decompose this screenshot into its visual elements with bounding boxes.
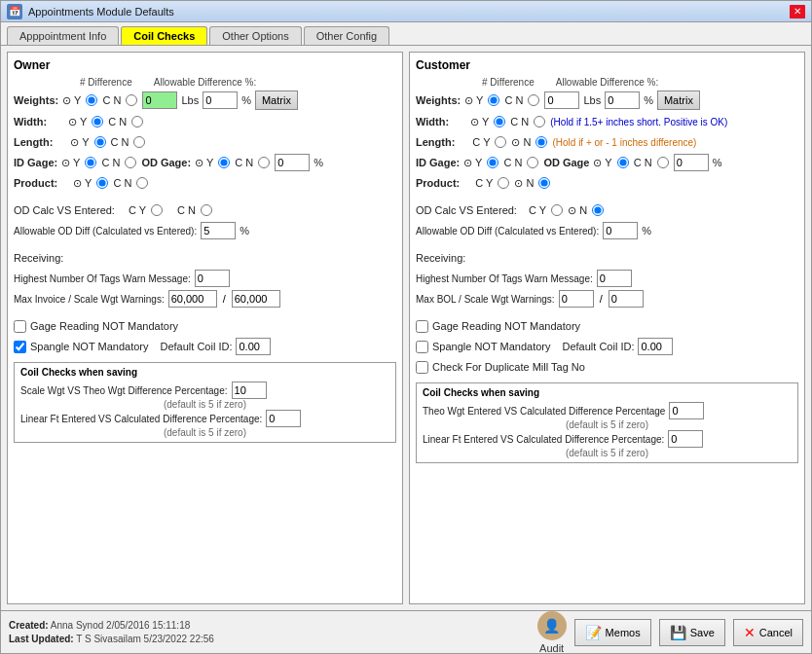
owner-odcalc-y-radio[interactable] bbox=[151, 204, 163, 216]
cust-max-bol-val2[interactable] bbox=[609, 290, 644, 308]
owner-width-n-radio[interactable] bbox=[131, 116, 143, 127]
owner-gage-reading-row: Gage Reading NOT Mandatory bbox=[14, 317, 396, 335]
owner-linear-label: Linear Ft Entered VS Calculated Differen… bbox=[20, 414, 262, 424]
cust-highest-tags-input[interactable] bbox=[597, 270, 632, 287]
cust-width-y-radio[interactable] bbox=[494, 116, 505, 127]
owner-weights-diff-input[interactable] bbox=[142, 91, 177, 109]
close-button[interactable]: ✕ bbox=[790, 5, 805, 18]
title-bar: 📅 Appointments Module Defaults ✕ bbox=[1, 1, 811, 22]
owner-linear-default: (default is 5 if zero) bbox=[20, 427, 389, 438]
cust-allowable-header: Allowable Difference %: bbox=[556, 77, 658, 88]
cust-linear-input[interactable] bbox=[668, 430, 703, 448]
owner-max-invoice-val1[interactable] bbox=[168, 290, 217, 308]
owner-weights-label: Weights: bbox=[14, 94, 58, 106]
audit-area[interactable]: 👤 Audit bbox=[537, 611, 567, 654]
footer-info: Created: Anna Synod 2/05/2016 15:11:18 L… bbox=[9, 619, 530, 646]
owner-coil-checks-box: Coil Checks when saving Scale Wgt VS The… bbox=[14, 362, 396, 443]
cust-theo-input[interactable] bbox=[669, 402, 704, 419]
owner-spangle-label: Spangle NOT Mandatory bbox=[30, 341, 148, 352]
cust-length-y-radio[interactable] bbox=[495, 136, 506, 148]
owner-scale-input[interactable] bbox=[232, 382, 267, 399]
cust-odgage-y-radio[interactable] bbox=[617, 157, 629, 168]
owner-product-y-radio[interactable] bbox=[96, 177, 108, 189]
owner-product-row: Product: ⊙ Y C N bbox=[14, 174, 396, 192]
owner-width-y-radio[interactable] bbox=[92, 116, 103, 127]
owner-weights-n-radio[interactable] bbox=[126, 94, 137, 106]
cust-weights-matrix-btn[interactable]: Matrix bbox=[657, 91, 700, 110]
cust-idgage-n-radio[interactable] bbox=[527, 157, 538, 168]
cust-max-bol-val1[interactable] bbox=[559, 290, 594, 308]
cust-odgage-pct-input[interactable] bbox=[674, 154, 709, 171]
cust-weights-pct-input[interactable] bbox=[605, 91, 640, 109]
owner-spangle-check[interactable] bbox=[14, 341, 26, 353]
owner-scale-default: (default is 5 if zero) bbox=[20, 399, 389, 410]
updated-label: Last Updated: bbox=[9, 634, 74, 644]
owner-max-invoice-label: Max Invoice / Scale Wgt Warnings: bbox=[14, 294, 165, 305]
cust-product-y-radio[interactable] bbox=[498, 177, 509, 189]
main-content: Owner # Difference Allowable Difference … bbox=[1, 46, 811, 610]
cust-check-dup-check[interactable] bbox=[416, 361, 428, 374]
updated-value: T S Sivasailam 5/23/2022 22:56 bbox=[76, 634, 214, 644]
owner-weights-matrix-btn[interactable]: Matrix bbox=[255, 91, 298, 110]
cust-length-hint: (Hold if + or - 1 inches difference) bbox=[552, 137, 696, 148]
owner-default-coil-input[interactable] bbox=[236, 338, 271, 355]
owner-linear-input[interactable] bbox=[266, 410, 301, 427]
customer-weights-row: Weights: ⊙ Y C N Lbs % Matrix bbox=[416, 91, 798, 110]
created-label: Created: bbox=[9, 620, 49, 631]
owner-length-n-radio[interactable] bbox=[133, 136, 145, 148]
owner-panel: Owner # Difference Allowable Difference … bbox=[7, 52, 403, 604]
owner-highest-tags-input[interactable] bbox=[195, 270, 230, 287]
owner-product-n-radio[interactable] bbox=[136, 177, 148, 189]
customer-odcalc-row: OD Calc VS Entered: C Y ⊙ N bbox=[416, 201, 798, 219]
owner-receiving-label: Receiving: bbox=[14, 252, 63, 264]
cust-theo-row: Theo Wgt Entered VS Calculated Differenc… bbox=[423, 402, 792, 419]
owner-odcalc-n-radio[interactable] bbox=[201, 204, 212, 216]
customer-coil-checks-box: Coil Checks when saving Theo Wgt Entered… bbox=[416, 382, 798, 463]
cust-odcalc-y-radio[interactable] bbox=[551, 204, 563, 216]
cancel-icon: ✕ bbox=[744, 625, 756, 640]
cust-weights-y-radio[interactable] bbox=[488, 94, 499, 106]
cust-gage-reading-label: Gage Reading NOT Mandatory bbox=[432, 320, 580, 332]
owner-weights-pct-input[interactable] bbox=[203, 91, 238, 109]
cust-gage-reading-check[interactable] bbox=[416, 320, 428, 333]
memos-button[interactable]: 📝 Memos bbox=[574, 619, 651, 646]
owner-idgage-n-radio[interactable] bbox=[125, 157, 136, 168]
cust-odgage-label: OD Gage bbox=[543, 157, 589, 168]
owner-weights-y-radio[interactable] bbox=[86, 94, 97, 106]
footer: Created: Anna Synod 2/05/2016 15:11:18 L… bbox=[1, 610, 811, 653]
cust-weights-diff-input[interactable] bbox=[544, 91, 579, 109]
owner-allowable-od-row: Allowable OD Diff (Calculated vs Entered… bbox=[14, 222, 396, 239]
cancel-button[interactable]: ✕ Cancel bbox=[733, 619, 803, 646]
cust-idgage-y-radio[interactable] bbox=[487, 157, 498, 168]
owner-length-y-radio[interactable] bbox=[94, 136, 106, 148]
cust-idgage-label: ID Gage: bbox=[416, 157, 460, 168]
tab-other-options[interactable]: Other Options bbox=[209, 26, 301, 45]
cust-odcalc-n-radio[interactable] bbox=[592, 204, 604, 216]
owner-odgage-y-radio[interactable] bbox=[218, 157, 230, 168]
cust-product-n-radio[interactable] bbox=[538, 177, 550, 189]
owner-gage-reading-check[interactable] bbox=[14, 320, 26, 333]
cust-spangle-check[interactable] bbox=[416, 341, 428, 353]
owner-weights-row: Weights: ⊙ Y C N Lbs % Matrix bbox=[14, 91, 396, 110]
cust-width-hint: (Hold if 1.5+ inches short. Positive is … bbox=[550, 117, 727, 127]
tab-other-config[interactable]: Other Config bbox=[304, 26, 389, 45]
memos-icon: 📝 bbox=[585, 625, 602, 640]
owner-odgage-n-radio[interactable] bbox=[258, 157, 270, 168]
owner-allowable-od-input[interactable] bbox=[201, 222, 236, 239]
tab-appt-info[interactable]: Apppointment Info bbox=[7, 26, 119, 45]
owner-odgage-pct-input[interactable] bbox=[275, 154, 310, 171]
owner-max-invoice-val2[interactable] bbox=[232, 290, 280, 308]
cust-length-n-radio[interactable] bbox=[535, 136, 547, 148]
tab-coil-checks[interactable]: Coil Checks bbox=[121, 26, 207, 45]
window-title: Appointments Module Defaults bbox=[28, 6, 790, 18]
cust-width-n-radio[interactable] bbox=[534, 116, 545, 127]
cust-default-coil-input[interactable] bbox=[638, 338, 673, 355]
owner-idgage-y-radio[interactable] bbox=[85, 157, 96, 168]
cust-odgage-n-radio[interactable] bbox=[657, 157, 669, 168]
cust-weights-n-radio[interactable] bbox=[528, 94, 539, 106]
owner-receiving-row: Receiving: bbox=[14, 249, 396, 267]
cust-odcalc-label: OD Calc VS Entered: bbox=[416, 204, 517, 216]
save-button[interactable]: 💾 Save bbox=[659, 619, 725, 646]
cust-allowable-od-input[interactable] bbox=[603, 222, 638, 239]
owner-scale-row: Scale Wgt VS Theo Wgt Difference Percent… bbox=[20, 382, 389, 399]
